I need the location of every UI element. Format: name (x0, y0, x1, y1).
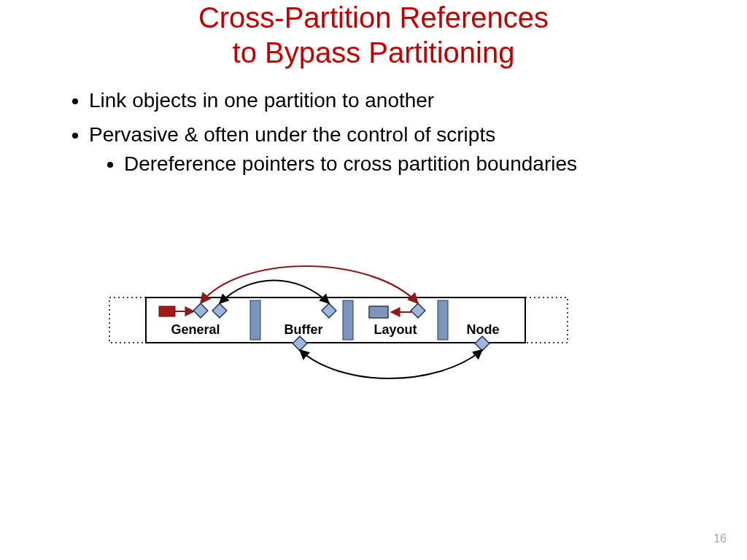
arc-buffer-node (300, 350, 482, 378)
layout-rect-icon (369, 306, 388, 318)
page-number: 16 (713, 532, 727, 545)
bullet-2: Pervasive & often under the control of s… (89, 120, 703, 179)
label-general: General (171, 322, 220, 337)
title-line-1: Cross-Partition References (198, 1, 549, 34)
label-node: Node (467, 322, 500, 337)
bullet-2-text: Pervasive & often under the control of s… (89, 123, 495, 146)
title-line-2: to Bypass Partitioning (233, 36, 515, 69)
bullet-list: Link objects in one partition to another… (66, 86, 703, 184)
bullet-1: Link objects in one partition to another (89, 86, 703, 116)
diagram-svg: General Buffer Layout Node (108, 248, 569, 394)
label-buffer: Buffer (285, 322, 323, 337)
slide-title: Cross-Partition References to Bypass Par… (0, 0, 747, 70)
separator-icon (343, 300, 353, 340)
separator-icon (250, 300, 260, 340)
red-object-icon (159, 306, 175, 316)
label-layout: Layout (374, 322, 417, 337)
bullet-2a: Dereference pointers to cross partition … (124, 149, 703, 179)
separator-icon (438, 300, 448, 340)
partition-diagram: General Buffer Layout Node (108, 248, 569, 394)
